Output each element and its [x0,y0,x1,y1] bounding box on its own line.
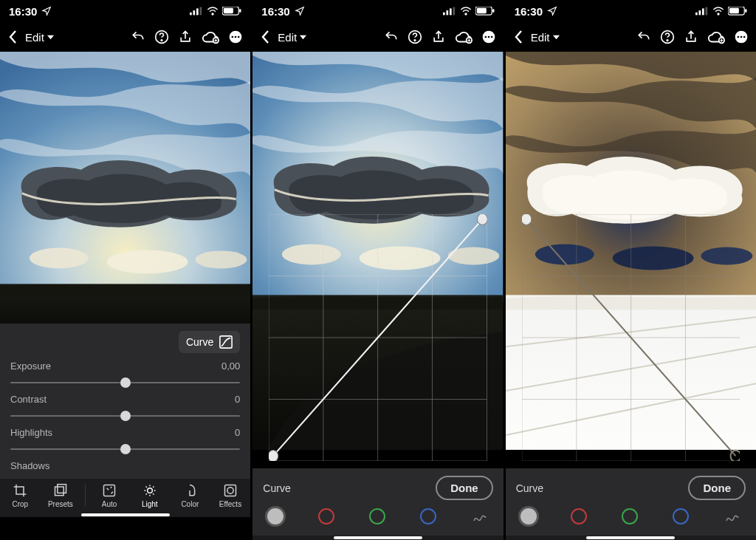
phone-screen-1: 16:30 [0,0,250,540]
done-button[interactable]: Done [688,476,746,500]
svg-rect-7 [239,9,241,13]
contrast-slider[interactable]: Contrast0 [10,394,240,423]
channel-luma[interactable] [267,508,284,524]
parametric-icon[interactable] [724,507,741,525]
parametric-icon[interactable] [471,507,489,525]
clock: 16:30 [515,5,543,18]
more-icon[interactable] [734,30,749,44]
clock: 16:30 [261,5,289,18]
location-icon [295,6,305,16]
share-icon[interactable] [431,30,446,44]
help-icon[interactable] [408,30,422,44]
tone-curve-editor[interactable] [269,214,487,461]
back-icon[interactable] [260,30,270,44]
location-icon [547,6,557,16]
phone-screen-3: 16:30 Edit [506,0,756,540]
tab-effects[interactable]: Effects [214,483,247,508]
light-icon [142,483,157,498]
channel-selector [516,507,746,528]
photo-viewport[interactable] [252,52,503,468]
tab-presets[interactable]: Presets [44,483,77,508]
done-button[interactable]: Done [436,476,493,500]
curve-panel: Curve Done [252,468,503,536]
share-icon[interactable] [178,30,193,44]
channel-blue[interactable] [673,508,689,524]
wifi-icon [712,7,724,16]
svg-rect-22 [58,485,66,493]
svg-rect-58 [698,10,701,15]
edit-menu-button[interactable]: Edit [278,31,306,44]
light-panel: Curve Exposure0,00 Contrast0 Highlights0… [0,324,250,479]
svg-rect-3 [200,7,202,16]
battery-icon [728,7,747,16]
photo-viewport[interactable] [506,52,756,468]
channel-red[interactable] [571,508,587,524]
channel-blue[interactable] [420,508,436,524]
svg-point-69 [737,36,739,38]
svg-point-70 [740,36,743,38]
channel-selector [263,507,492,528]
svg-rect-0 [190,13,192,16]
clock: 16:30 [9,5,37,18]
help-icon[interactable] [660,30,675,44]
back-icon[interactable] [7,30,18,44]
auto-icon [102,483,117,498]
more-icon[interactable] [481,30,496,44]
edit-header: Edit [0,22,250,52]
svg-point-26 [227,488,233,493]
svg-rect-21 [55,487,63,496]
phone-screen-2: 16:30 Edit [252,0,503,540]
undo-icon[interactable] [636,30,651,44]
svg-rect-60 [705,7,707,16]
tab-light[interactable]: Light [134,483,166,508]
back-icon[interactable] [513,30,523,44]
channel-green[interactable] [622,508,638,524]
effects-icon [223,483,238,498]
edit-menu-button[interactable]: Edit [25,31,54,44]
channel-luma[interactable] [520,508,537,524]
svg-point-24 [147,488,152,493]
home-indicator[interactable] [252,536,503,540]
svg-rect-28 [446,10,448,15]
channel-green[interactable] [369,508,385,524]
svg-point-14 [238,36,240,38]
svg-rect-30 [453,7,455,16]
tone-curve-editor[interactable] [522,214,740,461]
help-icon[interactable] [154,30,169,44]
highlights-slider[interactable]: Highlights0 [10,427,240,456]
bottom-tab-bar: Crop Presets Auto Light Color Effects [0,479,250,513]
share-icon[interactable] [684,30,698,44]
curve-title: Curve [516,482,543,494]
shadows-slider[interactable]: Shadows0 [10,460,240,471]
presets-icon [53,483,68,498]
cloud-add-icon[interactable] [707,30,725,44]
undo-icon[interactable] [384,30,399,44]
svg-point-55 [269,451,278,461]
home-indicator[interactable] [506,536,756,540]
svg-rect-25 [224,485,236,496]
exposure-slider[interactable]: Exposure0,00 [10,360,240,389]
tab-color[interactable]: Color [173,483,206,508]
svg-rect-1 [193,10,196,15]
svg-point-41 [490,36,492,38]
status-bar: 16:30 [506,0,756,22]
cloud-add-icon[interactable] [202,30,219,44]
curve-title: Curve [263,482,290,494]
edit-menu-button[interactable]: Edit [531,31,560,44]
curve-button[interactable]: Curve [179,331,240,353]
undo-icon[interactable] [131,30,145,44]
svg-rect-29 [450,8,452,15]
home-indicator[interactable] [0,513,250,517]
tab-auto[interactable]: Auto [93,483,126,508]
channel-red[interactable] [318,508,334,524]
photo-viewport[interactable] [0,52,250,324]
svg-point-71 [743,36,746,38]
svg-point-9 [161,40,162,41]
color-icon [182,483,197,498]
svg-point-4 [212,13,213,15]
cloud-add-icon[interactable] [455,30,472,44]
tab-crop[interactable]: Crop [4,483,36,508]
signal-icon [190,7,203,16]
more-icon[interactable] [228,30,243,44]
location-icon [41,6,52,16]
